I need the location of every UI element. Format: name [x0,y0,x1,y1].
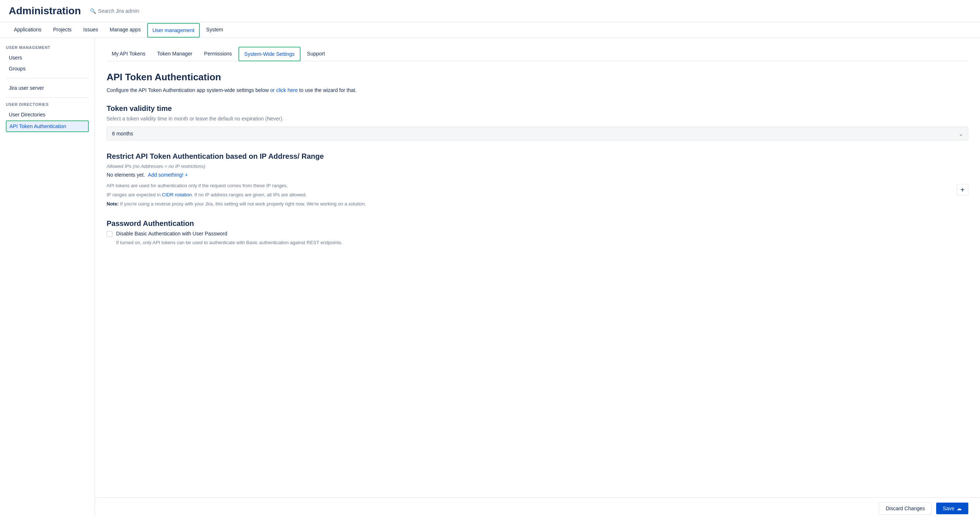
footer: Discard Changes Save ☁ [95,497,980,517]
header: Administration 🔍 Search Jira admin [0,0,980,22]
nav-item-system[interactable]: System [201,22,229,38]
ip-info-line2: IP ranges are expected in CIDR notation.… [107,191,968,199]
nav-item-issues[interactable]: Issues [78,22,103,38]
content-page-title: API Token Authentication [107,71,968,83]
disable-basic-auth-checkbox[interactable] [107,231,113,237]
nav-item-projects[interactable]: Projects [48,22,77,38]
no-elements-text: No elements yet. [107,172,145,178]
sub-tabs: My API Tokens Token Manager Permissions … [107,47,968,61]
layout: USER MANAGEMENT Users Groups Jira user s… [0,38,980,517]
no-elements-row: No elements yet. Add something! + [107,172,968,178]
page-title: Administration [9,5,81,17]
sub-tab-permissions[interactable]: Permissions [199,47,237,61]
allowed-ips-label: Allowed IPs (no Addresses = no IP restri… [107,163,968,169]
save-label: Save [943,505,955,511]
token-validity-desc: Select a token validity time in month or… [107,116,968,122]
top-nav: Applications Projects Issues Manage apps… [0,22,980,38]
disable-basic-auth-desc: If turned on, only API tokens can be use… [116,240,968,245]
save-button[interactable]: Save ☁ [936,503,968,514]
sidebar-item-users[interactable]: Users [6,52,89,63]
add-something-link[interactable]: Add something! + [148,172,188,178]
password-auth-section: Password Authentication Disable Basic Au… [107,219,968,245]
sidebar-item-jira-user-server[interactable]: Jira user server [6,83,89,93]
sub-tab-my-api-tokens[interactable]: My API Tokens [107,47,150,61]
sidebar-section-label-user-directories: USER DIRECTORIES [6,102,89,106]
ip-section-container: No elements yet. Add something! + API to… [107,172,968,208]
sidebar-divider [6,78,89,78]
token-validity-select[interactable]: Never 1 month 2 months 3 months 6 months… [107,127,968,141]
sidebar-item-api-token-auth[interactable]: API Token Authentication [6,121,89,132]
sub-tab-support[interactable]: Support [302,47,330,61]
disable-basic-auth-row: Disable Basic Authentication with User P… [107,231,968,237]
discard-changes-button[interactable]: Discard Changes [879,502,932,514]
page-desc-suffix: to use the wizard for that. [298,87,356,93]
note-text: If you're using a reverse proxy with you… [120,201,366,206]
nav-item-user-management[interactable]: User management [147,23,199,38]
search-placeholder: Search Jira admin [98,8,140,14]
content-page-desc: Configure the API Token Authentication a… [107,87,968,94]
token-validity-select-wrapper: Never 1 month 2 months 3 months 6 months… [107,127,968,141]
page-desc-prefix: Configure the API Token Authentication a… [107,87,270,93]
ip-info-line2-prefix: IP ranges are expected in [107,192,162,197]
search-bar[interactable]: 🔍 Search Jira admin [90,8,140,14]
password-auth-title: Password Authentication [107,219,968,228]
note-prefix: Note: [107,201,120,206]
ip-note: Note: If you're using a reverse proxy wi… [107,200,968,208]
sub-tab-token-manager[interactable]: Token Manager [152,47,197,61]
disable-basic-auth-label: Disable Basic Authentication with User P… [116,231,227,236]
page-desc-link[interactable]: or click here [270,87,298,93]
ip-restriction-title: Restrict API Token Authentication based … [107,152,968,160]
sidebar-item-user-directories[interactable]: User Directories [6,110,89,120]
nav-item-manage-apps[interactable]: Manage apps [105,22,146,38]
main-content: My API Tokens Token Manager Permissions … [95,38,980,517]
sidebar-section-user-management: USER MANAGEMENT Users Groups [6,45,89,74]
sidebar-section-label-user-management: USER MANAGEMENT [6,45,89,50]
ip-restriction-section: Restrict API Token Authentication based … [107,152,968,208]
ip-info-line1: API tokens are used for authentication o… [107,182,968,190]
search-icon: 🔍 [90,8,96,14]
token-validity-title: Token validity time [107,105,968,113]
add-ip-button[interactable]: + [957,184,968,196]
sidebar-section-user-directories: USER DIRECTORIES User Directories API To… [6,102,89,132]
sidebar-divider-2 [6,97,89,98]
ip-info-line2-suffix: . If no IP address ranges are given, all… [192,192,307,197]
cidr-notation-link[interactable]: CIDR notation [162,192,192,197]
sidebar: USER MANAGEMENT Users Groups Jira user s… [0,38,95,517]
save-icon: ☁ [957,505,962,511]
sub-tab-system-wide-settings[interactable]: System-Wide Settings [239,47,301,61]
sidebar-item-groups[interactable]: Groups [6,63,89,74]
nav-item-applications[interactable]: Applications [9,22,47,38]
